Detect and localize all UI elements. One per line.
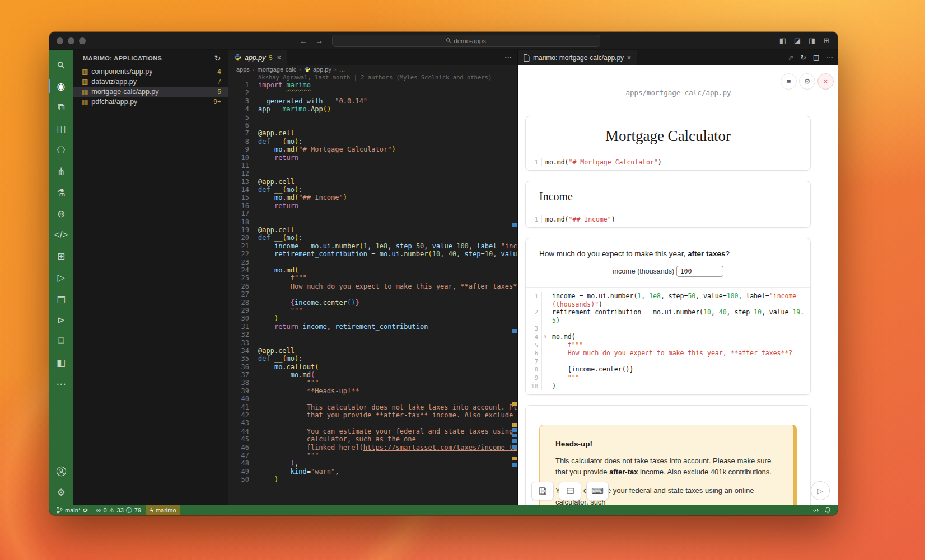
navigate-back-icon[interactable]: ← (300, 36, 307, 45)
marimo-status-item[interactable]: ϟ marimo (146, 505, 180, 515)
code-line[interactable]: 28 {income.center()} (228, 299, 517, 307)
code-line[interactable]: 2 (228, 89, 517, 97)
fold-chevron-icon[interactable] (542, 324, 549, 333)
code-line[interactable]: 44 You can estimate your federal and sta… (228, 427, 517, 435)
tab-marimo-webview[interactable]: marimo: mortgage-calc/app.py × (518, 50, 637, 65)
breadcrumb-file[interactable]: app.py (313, 66, 331, 73)
code-line[interactable]: 43 (228, 419, 517, 427)
code-line[interactable]: 16 return (228, 202, 517, 210)
code-line[interactable]: 24 mo.md( (228, 266, 517, 274)
sidebar-item-pdfchat[interactable]: ▥ pdfchat/app.py 9+ (73, 97, 228, 107)
settings-gear-icon[interactable]: ⚙ (49, 485, 73, 500)
code-line[interactable]: 14 def __(mo): (228, 186, 517, 194)
code-line[interactable]: 3 __generated_with = "0.0.14" (228, 97, 517, 105)
activity-bar-icon-files[interactable]: ⧉ (49, 97, 73, 118)
fold-chevron-icon[interactable]: ∨ (542, 333, 549, 341)
toggle-sidebar-icon[interactable]: ◧ (778, 36, 787, 45)
fold-chevron-icon[interactable] (542, 365, 549, 374)
code-line[interactable]: 29 """ (228, 307, 517, 314)
toggle-panel-icon[interactable]: ◪ (793, 36, 802, 45)
toggle-secondary-sidebar-icon[interactable]: ◨ (807, 36, 816, 45)
fold-chevron-icon[interactable] (542, 308, 549, 324)
fold-chevron-icon[interactable] (542, 341, 549, 350)
cell-code-line[interactable]: 10 ) (526, 382, 810, 390)
code-line[interactable]: 42 that you provide **after-tax** income… (228, 411, 517, 419)
code-line[interactable]: 18 (228, 218, 517, 226)
sidebar-item-components[interactable]: ▥ components/app.py 4 (73, 67, 228, 77)
sidebar-item-mortgage-calc[interactable]: ▥ mortgage-calc/app.py 5 (73, 87, 228, 97)
code-line[interactable]: 35 def __(mo): (228, 355, 517, 363)
cell-code-block[interactable]: 1 income = mo.ui.number(1, 1e8, step=50,… (526, 287, 810, 394)
code-line[interactable]: 22 retirement_contribution = mo.ui.numbe… (228, 250, 517, 258)
activity-bar-icon-devices[interactable]: ⌸ (49, 331, 73, 352)
code-line[interactable]: 47 """ (228, 451, 517, 459)
code-line[interactable]: 34 @app.cell (228, 347, 517, 355)
close-window-button[interactable] (57, 37, 63, 44)
code-line[interactable]: 41 This calculator does not take taxes i… (228, 403, 517, 411)
cell-code-line[interactable]: 1 income = mo.ui.number(1, 1e8, step=50,… (526, 292, 810, 300)
reload-webview-icon[interactable]: ↻ (800, 53, 806, 62)
code-line[interactable]: 25 f""" (228, 274, 517, 282)
cell-mortgage-calculator[interactable]: Mortgage Calculator 1 mo.md("# Mortgage … (525, 116, 811, 171)
code-line[interactable]: 33 (228, 339, 517, 347)
code-line[interactable]: 7 @app.cell (228, 129, 517, 137)
code-line[interactable]: 27 (228, 290, 517, 298)
tab-app-py[interactable]: app.py 5 × (228, 50, 287, 65)
activity-bar-icon-beaker[interactable]: ⚗ (49, 182, 73, 203)
breadcrumb[interactable]: apps › mortgage-calc › app.py › … (228, 65, 517, 73)
notebook-menu-button[interactable]: ≡ (781, 73, 797, 90)
activity-bar-icon-notebook[interactable]: ▤ (49, 288, 73, 309)
code-line[interactable]: 12 (228, 170, 517, 177)
sync-icon[interactable]: ⟳ (83, 507, 88, 514)
customize-layout-icon[interactable]: ⊞ (822, 36, 831, 45)
code-line[interactable]: 1 import marimo (228, 81, 517, 89)
overview-ruler[interactable] (512, 65, 517, 505)
broadcast-icon[interactable] (812, 507, 819, 514)
activity-bar-icon-pipeline[interactable]: ⋔ (49, 161, 73, 182)
cell-income-input[interactable]: How much do you expect to make this year… (525, 238, 811, 395)
more-actions-icon[interactable]: ⋯ (826, 53, 834, 62)
code-line[interactable]: 21 income = mo.ui.number(1, 1e8, step=50… (228, 242, 517, 250)
activity-bar-icon-tests[interactable]: ⊳ (49, 309, 73, 331)
code-line[interactable]: 45 calculator, such as the one (228, 435, 517, 443)
code-line[interactable]: 15 mo.md("## Income") (228, 194, 517, 201)
run-app-button[interactable]: ▷ (811, 481, 830, 500)
code-editor[interactable]: 1 import marimo 2 3 __generated_with = "… (228, 81, 517, 505)
code-line[interactable]: 23 (228, 258, 517, 266)
code-line[interactable]: 49 kind="warn", (228, 468, 517, 476)
code-line[interactable]: 5 (228, 114, 517, 121)
breadcrumb-folder[interactable]: mortgage-calc (258, 66, 297, 73)
sidebar-item-dataviz[interactable]: ▥ dataviz/app.py 7 (73, 77, 228, 87)
cell-code-line[interactable]: 7 (526, 357, 810, 366)
activity-bar-icon-marimo[interactable]: ◉ (49, 76, 73, 97)
cell-code-line[interactable]: (thousands)") (526, 300, 810, 309)
code-line[interactable]: 20 def __(mo): (228, 234, 517, 242)
cell-code-line[interactable]: 8 {income.center()} (526, 365, 810, 374)
code-line[interactable]: 50 ) (228, 476, 517, 483)
code-line[interactable]: 37 mo.md( (228, 371, 517, 379)
refresh-icon[interactable]: ↻ (214, 54, 221, 63)
activity-bar-icon-search[interactable]: ⚲ (49, 54, 73, 76)
fold-chevron-icon[interactable] (542, 357, 549, 366)
cell-income-heading[interactable]: Income 1 mo.md("## Income") (525, 181, 811, 228)
code-line[interactable]: 36 mo.callout( (228, 363, 517, 371)
cell-code-line[interactable]: 2 retirement_contribution = mo.ui.number… (526, 308, 810, 324)
code-line[interactable]: 40 (228, 395, 517, 403)
code-line[interactable]: 10 return (228, 154, 517, 162)
activity-bar-icon-github[interactable]: ⊚ (49, 203, 73, 224)
fold-chevron-icon[interactable] (542, 349, 549, 357)
activity-bar-icon-code[interactable]: </> (49, 224, 73, 246)
activity-bar-icon-more[interactable]: ⋯ (49, 373, 73, 394)
save-button[interactable] (531, 482, 554, 500)
cell-code[interactable]: mo.md("# Mortgage Calculator") (542, 158, 662, 166)
code-line[interactable]: 6 (228, 121, 517, 129)
activity-bar-icon-preview[interactable]: ◫ (49, 118, 73, 139)
fold-chevron-icon[interactable] (542, 292, 549, 300)
editor-actions-more-icon[interactable]: ⋯ (504, 50, 517, 65)
notebook-settings-button[interactable]: ⚙ (799, 73, 815, 90)
close-tab-icon[interactable]: × (277, 54, 281, 62)
code-line[interactable]: 17 (228, 210, 517, 218)
notebook-close-button[interactable]: × (817, 73, 834, 90)
bell-icon[interactable] (825, 507, 831, 514)
git-branch-status[interactable]: main* ⟳ (54, 505, 91, 515)
